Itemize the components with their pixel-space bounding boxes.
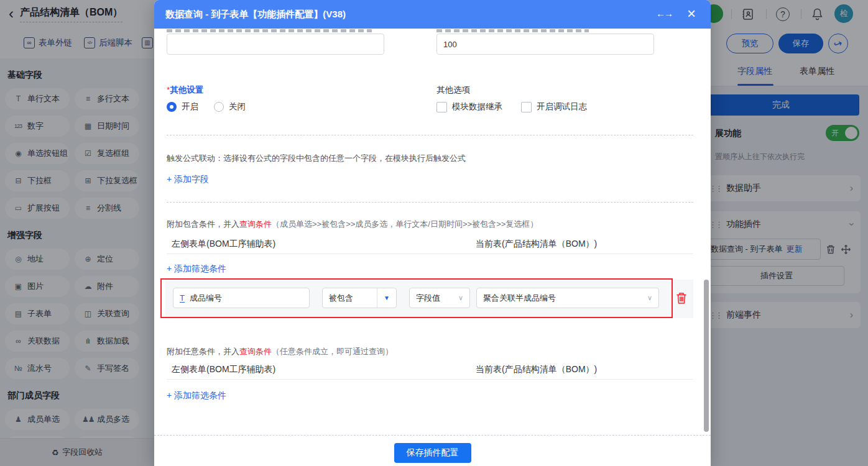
checkbox-debug-log[interactable]: 开启调试日志 (521, 101, 587, 112)
formula-trigger-note: 触发公式联动：选择设有公式的字段中包含的任意一个字段，在模块执行后触发公式 (167, 153, 466, 164)
left-form-header: 左侧表单(BOM工序辅助表) (172, 239, 275, 250)
clipped-field-label (167, 29, 372, 32)
clipped-field-label (436, 29, 589, 32)
current-form-header: 当前表(产品结构清单（BOM）) (476, 364, 597, 375)
radio-selected-icon (167, 102, 177, 112)
save-plugin-config-button[interactable]: 保存插件配置 (394, 443, 471, 463)
chevron-down-icon: ∨ (458, 294, 463, 302)
config-input-left[interactable] (167, 34, 384, 55)
label-text: 其他设置 (170, 85, 203, 94)
modal-header: 数据查询 - 到子表单【功能插件配置】(V38) ←→ × (154, 0, 711, 29)
condition-value: 聚合关联半成品编号 (483, 293, 647, 304)
other-settings-label: *其他设置 (167, 85, 203, 96)
checkbox-icon (436, 102, 447, 112)
solid-divider (167, 379, 693, 380)
value-type-value: 字段值 (416, 293, 458, 304)
radio-label: 开启 (182, 101, 198, 112)
text-field-icon: T (180, 294, 185, 303)
add-filter-condition-link[interactable]: + 添加筛选条件 (167, 263, 226, 275)
add-field-link[interactable]: + 添加字段 (167, 174, 209, 185)
delete-condition-icon[interactable] (675, 291, 688, 305)
add-filter-condition-link[interactable]: + 添加筛选条件 (167, 390, 226, 401)
radio-off-option[interactable]: 关闭 (214, 101, 246, 112)
query-condition-text: 查询条件 (239, 219, 272, 229)
other-options-label: 其他选项 (436, 85, 470, 96)
note-suffix: （任意条件成立，即可通过查询） (272, 347, 393, 356)
radio-unselected-icon (214, 102, 224, 112)
caret-down-icon: ▼ (377, 288, 396, 308)
checkbox-icon (521, 102, 532, 112)
condition-value-select[interactable]: 聚合关联半成品编号 ∨ (476, 288, 659, 308)
resize-icon[interactable]: ←→ (656, 8, 672, 19)
note-suffix: （成员单选>>被包含>>成员多选，单行文本/日期时间>>被包含>>复选框） (272, 219, 538, 229)
dashed-divider (167, 135, 693, 135)
left-form-header: 左侧表单(BOM工序辅助表) (172, 364, 275, 375)
input-value: 100 (443, 40, 457, 49)
checkbox-label: 模块数据继承 (452, 101, 502, 112)
chevron-down-icon: ∨ (647, 294, 652, 302)
condition-field-value: 成品编号 (190, 293, 222, 304)
query-condition-text: 查询条件 (239, 347, 272, 356)
close-icon[interactable]: × (687, 5, 696, 22)
dashed-divider (167, 202, 693, 203)
radio-on-option[interactable]: 开启 (167, 101, 198, 112)
note-prefix: 附加包含条件，并入 (167, 219, 239, 229)
any-condition-note: 附加任意条件，并入查询条件（任意条件成立，即可通过查询） (167, 346, 393, 357)
condition-field-select[interactable]: T 成品编号 (173, 288, 310, 308)
checkbox-module-inherit[interactable]: 模块数据继承 (436, 101, 502, 112)
modal-footer: 保存插件配置 (154, 436, 711, 466)
current-form-header: 当前表(产品结构清单（BOM）) (476, 239, 597, 250)
include-condition-note: 附加包含条件，并入查询条件（成员单选>>被包含>>成员多选，单行文本/日期时间>… (167, 219, 538, 230)
condition-value-type-select[interactable]: 字段值 ∨ (409, 288, 470, 308)
checkbox-label: 开启调试日志 (537, 101, 587, 112)
note-prefix: 附加任意条件，并入 (167, 347, 239, 356)
radio-label: 关闭 (229, 101, 246, 112)
modal-scrollbar-thumb[interactable] (704, 280, 709, 432)
plugin-config-modal: 数据查询 - 到子表单【功能插件配置】(V38) ←→ × 100 *其他设置 … (154, 0, 711, 466)
config-input-max-count[interactable]: 100 (436, 34, 654, 55)
modal-title: 数据查询 - 到子表单【功能插件配置】(V38) (165, 9, 346, 21)
solid-divider (167, 254, 693, 254)
operator-value: 被包含 (323, 293, 377, 304)
condition-operator-select[interactable]: 被包含 ▼ (322, 288, 397, 308)
save-plugin-config-label: 保存插件配置 (407, 447, 459, 459)
